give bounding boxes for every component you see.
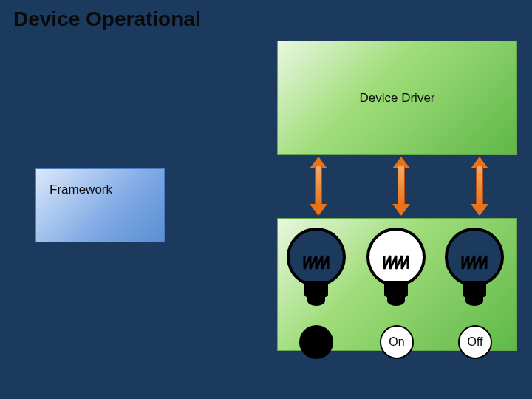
status-indicator-off: Off	[458, 325, 492, 359]
lightbulb-icon	[445, 228, 504, 316]
lightbulb-icon	[287, 228, 346, 316]
lightbulb-icon	[366, 228, 426, 316]
bidirectional-arrow-icon	[473, 158, 486, 214]
bidirectional-arrow-icon	[312, 158, 325, 214]
device-driver-box: Device Driver	[277, 41, 517, 155]
framework-box: Framework	[35, 168, 165, 242]
status-on-label: On	[389, 335, 404, 349]
slide-title: Device Operational	[13, 7, 201, 31]
framework-label: Framework	[50, 183, 112, 197]
bidirectional-arrow-icon	[395, 158, 408, 214]
status-off-label: Off	[467, 335, 482, 349]
status-indicator-on: On	[380, 325, 414, 359]
device-driver-label: Device Driver	[359, 91, 434, 106]
status-indicator	[299, 325, 333, 359]
